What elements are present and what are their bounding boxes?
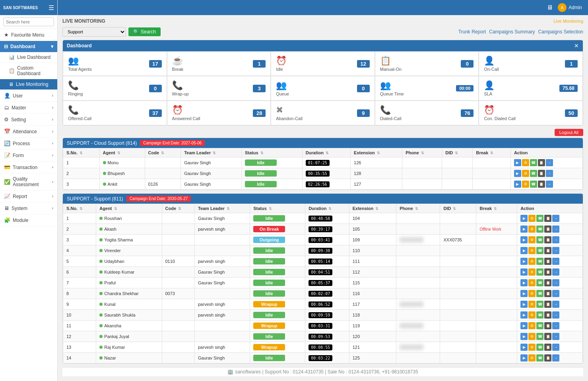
action-btn-4[interactable]: 📋	[544, 311, 551, 319]
action-btn-5[interactable]: →	[552, 333, 559, 340]
dashboard-close-button[interactable]: ✕	[574, 43, 579, 49]
sidebar-item-live-dashboard[interactable]: 📊 Live Dashboard	[0, 52, 57, 63]
action-btn-4[interactable]: 📋	[538, 170, 545, 177]
sidebar-item-transaction[interactable]: 💳 Transaction ›	[0, 161, 57, 173]
action-btn-1[interactable]: ▶	[520, 311, 528, 319]
action-btn-5[interactable]: →	[546, 181, 553, 188]
action-btn-4[interactable]: 📋	[544, 322, 551, 329]
action-btn-3[interactable]: ☎	[536, 225, 543, 233]
action-btn-5[interactable]: →	[552, 215, 559, 222]
action-btn-3[interactable]: ☎	[536, 236, 543, 243]
action-btn-2[interactable]: ⚙	[528, 225, 536, 233]
action-btn-2[interactable]: ⚙	[528, 290, 536, 297]
action-btn-2[interactable]: ⚙	[528, 236, 536, 243]
sidebar-item-dashboard[interactable]: ⊟ Dashboard ▾	[0, 41, 57, 52]
search-button[interactable]: 🔍 Search	[128, 27, 161, 36]
campaigns-selection-link[interactable]: Campaigns Selection	[538, 29, 583, 35]
action-btn-4[interactable]: 📋	[544, 301, 551, 308]
action-btn-4[interactable]: 📋	[544, 333, 551, 340]
action-btn-4[interactable]: 📋	[544, 354, 551, 362]
action-btn-3[interactable]: ☎	[530, 159, 537, 166]
action-btn-4[interactable]: 📋	[538, 159, 545, 166]
sidebar-item-user[interactable]: 👤 User ›	[0, 90, 57, 102]
action-btn-2[interactable]: ⚙	[528, 215, 536, 222]
action-btn-2[interactable]: ⚙	[528, 333, 536, 340]
sidebar-item-form[interactable]: 📝 Form ›	[0, 150, 57, 161]
action-btn-2[interactable]: ⚙	[522, 159, 529, 166]
action-btn-2[interactable]: ⚙	[528, 322, 536, 329]
campaigns-summary-link[interactable]: Campaigns Summary	[489, 29, 535, 35]
action-btn-5[interactable]: →	[552, 322, 559, 329]
action-btn-5[interactable]: →	[552, 225, 559, 233]
action-btn-3[interactable]: ☎	[536, 215, 543, 222]
action-btn-4[interactable]: 📋	[544, 344, 551, 351]
action-btn-2[interactable]: ⚙	[528, 344, 536, 351]
action-btn-1[interactable]: ▶	[520, 247, 528, 254]
campaign-select[interactable]: Support	[62, 27, 126, 37]
sidebar-item-master[interactable]: 🗂 Master ›	[0, 102, 57, 114]
action-btn-3[interactable]: ☎	[536, 268, 543, 276]
live-monitoring-link[interactable]: Live Monitoring	[553, 19, 583, 23]
action-btn-3[interactable]: ☎	[536, 290, 543, 297]
sidebar-item-module[interactable]: 🧩 Module	[0, 214, 57, 226]
action-btn-5[interactable]: →	[552, 247, 559, 254]
action-btn-2[interactable]: ⚙	[522, 170, 529, 177]
sidebar-item-system[interactable]: 🖥 System ›	[0, 202, 57, 214]
action-btn-3[interactable]: ☎	[536, 247, 543, 254]
action-btn-4[interactable]: 📋	[544, 236, 551, 243]
action-btn-5[interactable]: →	[552, 301, 559, 308]
sidebar-item-favourite[interactable]: ★ Favourite Menu	[0, 29, 57, 41]
action-btn-4[interactable]: 📋	[544, 225, 551, 233]
action-btn-1[interactable]: ▶	[520, 333, 528, 340]
action-btn-5[interactable]: →	[552, 236, 559, 243]
action-btn-3[interactable]: ☎	[536, 311, 543, 319]
action-btn-5[interactable]: →	[546, 170, 553, 177]
action-btn-1[interactable]: ▶	[520, 258, 528, 265]
action-btn-3[interactable]: ☎	[536, 333, 543, 340]
action-btn-5[interactable]: →	[552, 311, 559, 319]
menu-icon[interactable]: ☰	[49, 4, 54, 12]
action-btn-2[interactable]: ⚙	[528, 247, 536, 254]
action-btn-4[interactable]: 📋	[538, 181, 545, 188]
sidebar-item-attendance[interactable]: 📅 Attendance ›	[0, 126, 57, 138]
action-btn-5[interactable]: →	[552, 279, 559, 286]
action-btn-3[interactable]: ☎	[536, 301, 543, 308]
action-btn-2[interactable]: ⚙	[528, 258, 536, 265]
action-btn-2[interactable]: ⚙	[528, 279, 536, 286]
action-btn-1[interactable]: ▶	[520, 279, 528, 286]
action-btn-1[interactable]: ▶	[520, 236, 528, 243]
action-btn-5[interactable]: →	[552, 344, 559, 351]
action-btn-3[interactable]: ☎	[536, 354, 543, 362]
action-btn-5[interactable]: →	[552, 268, 559, 276]
sidebar-item-custom-dashboard[interactable]: 📋 Custom Dashboard	[0, 63, 57, 79]
action-btn-3[interactable]: ☎	[536, 279, 543, 286]
action-btn-2[interactable]: ⚙	[528, 311, 536, 319]
sidebar-item-quality[interactable]: ✅ Quality Assessment ›	[0, 173, 57, 190]
action-btn-1[interactable]: ▶	[520, 344, 528, 351]
logout-all-button[interactable]: Logout All	[555, 129, 583, 136]
action-btn-1[interactable]: ▶	[520, 290, 528, 297]
action-btn-1[interactable]: ▶	[514, 181, 521, 188]
action-btn-4[interactable]: 📋	[544, 247, 551, 254]
action-btn-1[interactable]: ▶	[520, 268, 528, 276]
action-btn-1[interactable]: ▶	[520, 301, 528, 308]
action-btn-3[interactable]: ☎	[530, 181, 537, 188]
action-btn-4[interactable]: 📋	[544, 258, 551, 265]
action-btn-1[interactable]: ▶	[520, 215, 528, 222]
action-btn-5[interactable]: →	[552, 354, 559, 362]
action-btn-1[interactable]: ▶	[520, 225, 528, 233]
sidebar-item-report[interactable]: 📈 Report ›	[0, 190, 57, 202]
action-btn-5[interactable]: →	[552, 258, 559, 265]
action-btn-1[interactable]: ▶	[520, 354, 528, 362]
action-btn-5[interactable]: →	[552, 290, 559, 297]
sidebar-item-live-monitoring[interactable]: 🖥 Live Monitoring	[0, 79, 57, 90]
sidebar-item-process[interactable]: 🔄 Process ›	[0, 138, 57, 150]
action-btn-3[interactable]: ☎	[536, 258, 543, 265]
action-btn-2[interactable]: ⚙	[528, 354, 536, 362]
action-btn-1[interactable]: ▶	[514, 170, 521, 177]
action-btn-1[interactable]: ▶	[520, 322, 528, 329]
action-btn-4[interactable]: 📋	[544, 279, 551, 286]
action-btn-5[interactable]: →	[546, 159, 553, 166]
search-input[interactable]	[3, 17, 54, 26]
action-btn-2[interactable]: ⚙	[528, 268, 536, 276]
